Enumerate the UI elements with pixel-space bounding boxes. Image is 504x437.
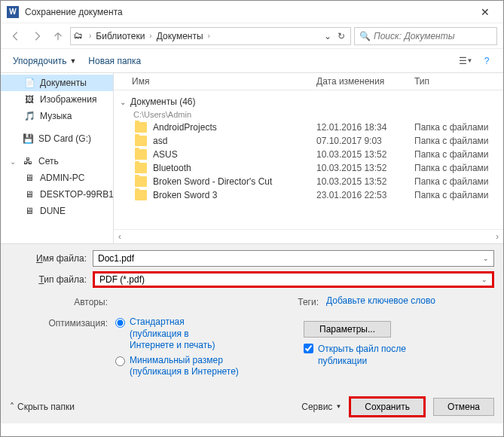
view-options-button[interactable]: ☰▼: [455, 52, 476, 70]
file-row[interactable]: Broken Sword 323.01.2016 22:53Папка с фа…: [120, 188, 497, 202]
nav-icon: 🖥: [23, 188, 35, 200]
search-box[interactable]: 🔍: [354, 27, 497, 45]
file-type: Папка с файлами: [414, 136, 497, 146]
filename-input[interactable]: Doc1.pdf ⌄: [93, 250, 494, 267]
filename-value: Doc1.pdf: [98, 253, 134, 264]
nav-icon: 📄: [23, 77, 35, 89]
file-row[interactable]: Broken Sword - Director's Cut10.03.2015 …: [120, 175, 497, 188]
save-button[interactable]: Сохранить: [349, 396, 426, 417]
file-type: Папка с файлами: [414, 176, 497, 187]
authors-label: Авторы:: [47, 295, 115, 307]
hide-folders-button[interactable]: ˄ Скрыть папки: [10, 402, 75, 412]
file-row[interactable]: Bluetooth10.03.2015 13:52Папка с файлами: [120, 161, 497, 175]
optimize-standard-radio[interactable]: Стандартная (публикация в Интернете и пе…: [115, 316, 296, 352]
chevron-down-icon: ▼: [335, 403, 341, 410]
nav-icon: 🖧: [22, 155, 34, 167]
parameters-button[interactable]: Параметры...: [304, 321, 391, 338]
file-date: 23.01.2016 22:53: [316, 190, 414, 200]
horizontal-scrollbar[interactable]: ‹›: [114, 229, 503, 243]
save-form: Имя файла: Doc1.pdf ⌄ Тип файла: PDF (*.…: [1, 243, 503, 390]
optimize-minimal-radio[interactable]: Минимальный размер (публикация в Интерне…: [115, 355, 296, 378]
tags-label: Теги:: [296, 295, 326, 307]
filetype-select[interactable]: PDF (*.pdf) ⌄: [93, 271, 494, 288]
sidebar-item-документы[interactable]: 📄Документы: [1, 75, 113, 91]
group-title: Документы (46): [130, 96, 196, 107]
content-area: 📄Документы🖼Изображения🎵Музыка💾SD Card (G…: [1, 73, 503, 243]
organize-button[interactable]: Упорядочить ▼: [7, 53, 82, 69]
file-name: Bluetooth: [153, 163, 316, 173]
nav-icon: 🖼: [23, 93, 35, 105]
close-button[interactable]: ✕: [470, 1, 500, 23]
sidebar-item-сеть[interactable]: ⌄🖧Сеть: [1, 153, 113, 170]
new-folder-label: Новая папка: [88, 56, 141, 66]
file-type: Папка с файлами: [414, 163, 497, 173]
file-name: asd: [153, 136, 316, 146]
column-name[interactable]: Имя: [120, 76, 316, 87]
filename-label: Имя файла:: [10, 253, 93, 264]
sidebar: 📄Документы🖼Изображения🎵Музыка💾SD Card (G…: [1, 73, 114, 243]
open-after-checkbox[interactable]: [304, 344, 313, 353]
nav-label: ADMIN-PC: [40, 173, 84, 183]
nav-icon: 🖥: [23, 205, 35, 217]
folder-icon: [135, 149, 147, 160]
sidebar-item-музыка[interactable]: 🎵Музыка: [1, 108, 113, 124]
nav-icon: 🖥: [23, 172, 35, 184]
expander-icon[interactable]: ⌄: [10, 157, 17, 166]
optimize-label: Оптимизация:: [47, 316, 115, 329]
tags-value[interactable]: Добавьте ключевое слово: [326, 295, 494, 306]
back-button[interactable]: [7, 27, 25, 45]
up-button[interactable]: [49, 27, 67, 45]
address-bar: 🗂 › Библиотеки › Документы › ⌄ ↻ 🔍: [1, 23, 503, 49]
chevron-down-icon[interactable]: ⌄: [481, 276, 487, 283]
chevron-down-icon: ▼: [69, 57, 76, 65]
file-row[interactable]: ASUS10.03.2015 13:52Папка с файлами: [120, 148, 497, 161]
breadcrumb[interactable]: 🗂 › Библиотеки › Документы › ⌄ ↻: [70, 27, 351, 45]
tools-button[interactable]: Сервис ▼: [301, 402, 341, 412]
folder-icon: [135, 136, 147, 146]
nav-icon: 🎵: [23, 110, 35, 122]
chevron-down-icon[interactable]: ⌄: [483, 255, 489, 262]
help-button[interactable]: ?: [476, 52, 497, 70]
filetype-label: Тип файла:: [10, 274, 93, 285]
file-row[interactable]: asd07.10.2017 9:03Папка с файлами: [120, 134, 497, 148]
nav-label: DESKTOP-99RB1: [40, 189, 114, 200]
file-list: Имя Дата изменения Тип ⌄Документы (46)C:…: [114, 73, 503, 243]
sidebar-item-admin-pc[interactable]: 🖥ADMIN-PC: [1, 170, 113, 186]
radio-minimal[interactable]: [115, 356, 125, 366]
file-row[interactable]: AndroidProjects12.01.2016 18:34Папка с ф…: [120, 121, 497, 134]
radio-standard[interactable]: [115, 318, 125, 328]
new-folder-button[interactable]: Новая папка: [82, 53, 147, 69]
group-header[interactable]: ⌄Документы (46): [120, 95, 497, 108]
sidebar-item-dune[interactable]: 🖥DUNE: [1, 203, 113, 219]
chevron-right-icon[interactable]: ›: [149, 32, 151, 40]
column-date[interactable]: Дата изменения: [316, 76, 414, 87]
nav-icon: 💾: [22, 133, 34, 145]
sidebar-item-desktop-99rb1[interactable]: 🖥DESKTOP-99RB1: [1, 186, 113, 203]
cancel-button[interactable]: Отмена: [433, 398, 494, 416]
column-type[interactable]: Тип: [414, 76, 497, 87]
chevron-down-icon[interactable]: ⌄: [120, 98, 126, 106]
file-body[interactable]: ⌄Документы (46)C:\Users\AdminAndroidProj…: [114, 90, 503, 229]
authors-value[interactable]: [115, 295, 296, 309]
nav-label: Документы: [40, 78, 87, 88]
search-input[interactable]: [374, 31, 492, 41]
chevron-right-icon[interactable]: ›: [89, 32, 91, 40]
breadcrumb-dropdown[interactable]: ⌄: [322, 29, 334, 44]
breadcrumb-libraries[interactable]: Библиотеки: [93, 29, 148, 43]
breadcrumb-documents[interactable]: Документы: [154, 29, 206, 43]
nav-label: DUNE: [40, 206, 66, 216]
group-path: C:\Users\Admin: [133, 110, 191, 119]
sidebar-item-изображения[interactable]: 🖼Изображения: [1, 91, 113, 108]
sidebar-item-sd-card-g-[interactable]: 💾SD Card (G:): [1, 130, 113, 147]
folder-icon: [135, 176, 147, 187]
hide-folders-label: Скрыть папки: [17, 402, 75, 412]
chevron-right-icon[interactable]: ›: [208, 32, 210, 40]
refresh-button[interactable]: ↻: [335, 29, 347, 44]
file-type: Папка с файлами: [414, 149, 497, 160]
filetype-value: PDF (*.pdf): [99, 274, 145, 285]
radio-standard-label: Стандартная (публикация в Интернете и пе…: [130, 316, 235, 352]
search-icon: 🔍: [359, 31, 371, 41]
tools-label: Сервис: [301, 402, 332, 412]
open-after-checkbox-row[interactable]: Открыть файл после публикации: [304, 344, 494, 367]
forward-button[interactable]: [28, 27, 46, 45]
